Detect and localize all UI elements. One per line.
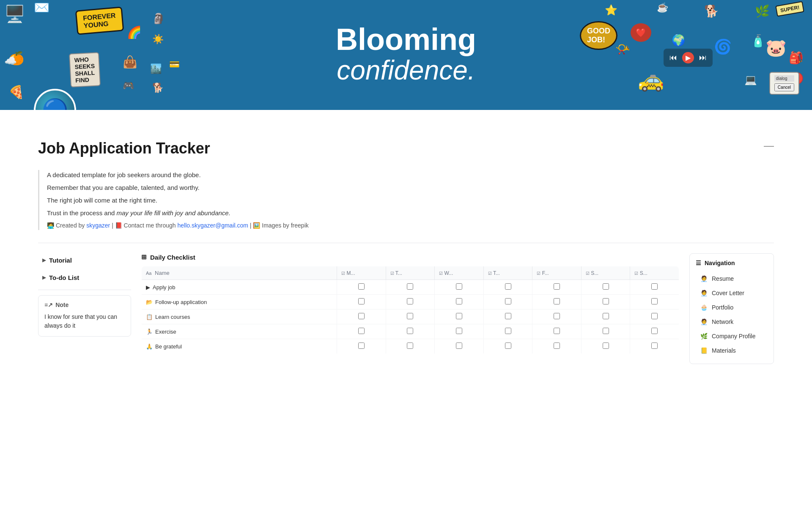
- task-check-cell: [483, 280, 532, 295]
- dialog-cancel-btn[interactable]: Cancel: [774, 83, 794, 91]
- credits-line: 🧑‍💻 Created by skygazer | 📕 Contact me t…: [47, 221, 774, 230]
- task-checkbox[interactable]: [554, 283, 560, 290]
- email-link[interactable]: hello.skygazer@gmail.com: [177, 222, 248, 229]
- col-fri-header: ☑ F...: [532, 266, 582, 280]
- desc-line4-pre: Trust in the process and: [47, 209, 117, 217]
- desc-line-1: A dedicated template for job seekers aro…: [47, 170, 774, 180]
- task-checkbox[interactable]: [456, 298, 462, 304]
- author-link[interactable]: skygazer: [86, 222, 110, 229]
- task-check-cell: [337, 324, 386, 339]
- nav-item-network[interactable]: 🧑‍💼Network: [696, 315, 768, 329]
- task-checkbox[interactable]: [358, 343, 365, 349]
- task-checkbox[interactable]: [407, 283, 413, 290]
- task-check-cell: [386, 310, 435, 324]
- task-check-cell: [581, 310, 630, 324]
- nav-item-icon: 📒: [699, 346, 708, 355]
- task-checkbox[interactable]: [554, 343, 560, 349]
- task-check-cell: [532, 324, 582, 339]
- task-checkbox[interactable]: [358, 328, 365, 334]
- task-check-cell: [483, 295, 532, 310]
- task-checkbox[interactable]: [456, 313, 462, 319]
- col-wed-header: ☑ W...: [435, 266, 484, 280]
- task-checkbox[interactable]: [456, 283, 462, 290]
- bag-sticker: 👜: [123, 55, 137, 69]
- task-check-cell: [483, 324, 532, 339]
- task-checkbox[interactable]: [603, 343, 609, 349]
- task-checkbox[interactable]: [456, 328, 462, 334]
- nav-item-company-profile[interactable]: 🌿Company Profile: [696, 329, 768, 343]
- task-emoji: 🏃: [146, 329, 153, 335]
- task-checkbox[interactable]: [407, 313, 413, 319]
- task-checkbox[interactable]: [554, 313, 560, 319]
- task-checkbox[interactable]: [603, 283, 609, 290]
- task-checkbox[interactable]: [651, 283, 658, 290]
- sidebar-item-todo[interactable]: ▶ To-do List: [38, 271, 131, 285]
- taxi-sticker: 🚕: [638, 68, 664, 92]
- sun-sticker: ☀️: [152, 34, 164, 45]
- col-tue-label: T...: [395, 270, 402, 276]
- checklist-header-row: Aa Name ☑ M... ☑ T... ☑ W...: [142, 266, 679, 280]
- col-thu-label: T...: [493, 270, 500, 276]
- checklist-title: Daily Checklist: [150, 254, 195, 261]
- task-emoji: 📋: [146, 314, 153, 320]
- plant-sticker: 🌿: [755, 4, 770, 18]
- todo-label: To-do List: [49, 274, 79, 281]
- rewind-icon[interactable]: ⏮: [669, 53, 677, 62]
- page-title: Job Application Tracker: [38, 140, 210, 157]
- task-name-text: Apply job: [153, 284, 175, 290]
- task-name-cell: 📋Learn courses: [142, 310, 337, 324]
- nav-item-materials[interactable]: 📒Materials: [696, 343, 768, 358]
- task-checkbox[interactable]: [651, 313, 658, 319]
- task-checkbox[interactable]: [554, 328, 560, 334]
- task-checkbox[interactable]: [603, 328, 609, 334]
- task-checkbox[interactable]: [505, 343, 511, 349]
- nav-item-resume[interactable]: 🧑‍💼Resume: [696, 271, 768, 286]
- minimize-button[interactable]: —: [764, 140, 774, 151]
- task-checkbox[interactable]: [407, 343, 413, 349]
- task-checkbox[interactable]: [505, 328, 511, 334]
- task-check-cell: [337, 339, 386, 354]
- sidebar-section-todo: ▶ To-do List: [38, 271, 131, 285]
- col-sun-label: S...: [640, 270, 647, 276]
- task-checkbox[interactable]: [505, 298, 511, 304]
- nav-item-icon: 🧑‍💼: [699, 274, 708, 283]
- task-checkbox[interactable]: [651, 328, 658, 334]
- col-sat-header: ☑ S...: [581, 266, 630, 280]
- task-checkbox[interactable]: [651, 298, 658, 304]
- table-row: 📋Learn courses: [142, 310, 679, 324]
- task-checkbox[interactable]: [651, 343, 658, 349]
- task-checkbox[interactable]: [358, 313, 365, 319]
- task-checkbox[interactable]: [505, 313, 511, 319]
- spiral-sticker: 🌀: [714, 38, 732, 55]
- task-checkbox[interactable]: [554, 298, 560, 304]
- task-checkbox[interactable]: [358, 298, 365, 304]
- sidebar-item-tutorial[interactable]: ▶ Tutorial: [38, 253, 131, 267]
- task-check-cell: [435, 280, 484, 295]
- waterbottle-sticker: 🧴: [751, 34, 765, 48]
- fast-forward-icon[interactable]: ⏭: [699, 53, 707, 62]
- task-check-cell: [581, 324, 630, 339]
- task-check-cell: [337, 310, 386, 324]
- task-checkbox[interactable]: [407, 298, 413, 304]
- card-sticker: 💳: [169, 59, 180, 69]
- task-checkbox[interactable]: [505, 283, 511, 290]
- nav-item-cover-letter[interactable]: 🧑‍💼Cover Letter: [696, 286, 768, 300]
- task-checkbox[interactable]: [603, 298, 609, 304]
- task-checkbox[interactable]: [407, 328, 413, 334]
- task-check-cell: [435, 324, 484, 339]
- good-job-sticker: GOODJOB!: [580, 21, 617, 50]
- nav-item-label: Company Profile: [712, 333, 756, 340]
- note-card-title: ≡↗ Note: [44, 301, 125, 308]
- super-sticker: SUPER!: [775, 1, 804, 17]
- nav-item-portfolio[interactable]: 🧁Portfolio: [696, 300, 768, 315]
- task-checkbox[interactable]: [456, 343, 462, 349]
- task-checkbox[interactable]: [603, 313, 609, 319]
- check-icon-wed: ☑: [439, 271, 443, 276]
- task-check-cell: [386, 295, 435, 310]
- desc-italic: may your life fill with joy and abundanc…: [117, 209, 230, 217]
- col-wed-label: W...: [444, 270, 453, 276]
- dog2-sticker: 🐕: [704, 4, 719, 18]
- task-check-cell: [386, 324, 435, 339]
- play-icon[interactable]: ▶: [682, 52, 694, 63]
- task-checkbox[interactable]: [358, 283, 365, 290]
